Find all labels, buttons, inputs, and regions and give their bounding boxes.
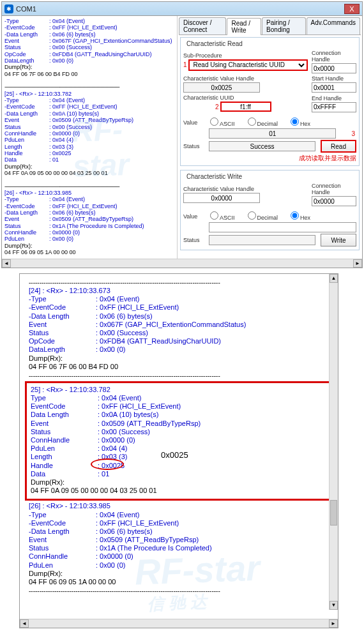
- start-handle-input[interactable]: [312, 82, 356, 93]
- decimal-radio-label[interactable]: Decimal: [246, 117, 278, 127]
- scroll-right-icon[interactable]: ►: [353, 259, 362, 268]
- char-read-group: Characteristic Read Sub-Procedure 1 Read…: [180, 37, 360, 166]
- window-title: COM1: [16, 5, 344, 13]
- watermark-sub-2: 信 驰 达: [147, 592, 206, 614]
- char-value-handle-input[interactable]: [183, 82, 260, 93]
- sub-procedure-select[interactable]: Read Using Characteristic UUID: [188, 59, 308, 71]
- ascii-radio[interactable]: [210, 117, 218, 126]
- v-scrollbar[interactable]: ▲ ▼: [329, 274, 338, 610]
- read-button[interactable]: Read: [321, 140, 356, 153]
- scroll-track[interactable]: [11, 259, 353, 268]
- chinese-note: 成功读取并显示数据: [183, 154, 356, 163]
- conn-handle-input[interactable]: [312, 63, 356, 73]
- v-scroll-thumb[interactable]: [330, 500, 337, 526]
- v-scroll-track[interactable]: [330, 283, 338, 601]
- right-panel: 信 驰 达 Discover / Connect Read / Write Pa…: [178, 16, 362, 259]
- read-status-display: [209, 141, 315, 151]
- doc-scroll-track[interactable]: [29, 619, 329, 628]
- close-button[interactable]: X: [344, 4, 360, 14]
- annotation-2: 2: [215, 103, 219, 110]
- write-hex-radio-label[interactable]: Hex: [289, 211, 310, 221]
- doc-window: RF-star 信 驰 达 --------------------------…: [19, 273, 338, 628]
- read-value-display: [209, 128, 336, 139]
- scroll-left-icon[interactable]: ◄: [2, 259, 11, 268]
- doc-scroll-left-icon[interactable]: ◄: [20, 619, 29, 628]
- separator: ----------------------------------------…: [29, 372, 329, 380]
- char-value-handle-label: Characteristic Value Handle: [183, 75, 308, 82]
- char-write-title: Characteristic Write: [185, 173, 244, 180]
- char-read-title: Characteristic Read: [185, 40, 245, 47]
- end-handle-input[interactable]: [312, 102, 356, 112]
- write-conn-handle-input[interactable]: [312, 196, 356, 206]
- sub-procedure-label: Sub-Procedure: [183, 52, 308, 59]
- tab-adv[interactable]: Adv.Commands: [307, 17, 360, 34]
- highlight-box-25: 25] : <Rx> - 12:10:33.782Type: 0x04 (Eve…: [25, 381, 333, 501]
- decimal-radio[interactable]: [248, 117, 256, 126]
- write-decimal-radio[interactable]: [248, 211, 256, 220]
- separator: ----------------------------------------…: [29, 587, 329, 595]
- window-body: RF-star -Type: 0x04 (Event)-EventCode: 0…: [2, 16, 362, 259]
- log-area[interactable]: -Type: 0x04 (Event)-EventCode: 0xFF (HCI…: [2, 16, 177, 259]
- scroll-up-icon[interactable]: ▲: [330, 274, 338, 283]
- log-panel: RF-star -Type: 0x04 (Event)-EventCode: 0…: [2, 16, 178, 259]
- write-ascii-radio[interactable]: [210, 211, 218, 220]
- tab-pairing[interactable]: Pairing / Bonding: [262, 17, 306, 34]
- value-label: Value: [183, 119, 209, 126]
- char-write-group: Characteristic Write Characteristic Valu…: [180, 170, 360, 250]
- tab-discover[interactable]: Discover / Connect: [179, 17, 226, 34]
- write-value-label: Value: [183, 213, 209, 220]
- status-label: Status: [183, 143, 209, 149]
- write-status-label: Status: [183, 237, 209, 243]
- write-value-input[interactable]: [209, 222, 356, 232]
- bluetooth-icon: ✱: [4, 4, 13, 13]
- write-status-display: [209, 235, 315, 245]
- write-decimal-radio-label[interactable]: Decimal: [246, 211, 278, 221]
- titlebar[interactable]: ✱ COM1 X: [2, 2, 362, 16]
- doc-body[interactable]: RF-star 信 驰 达 --------------------------…: [20, 274, 338, 619]
- conn-handle-label: Connection Handle: [312, 50, 356, 63]
- doc-h-scrollbar[interactable]: ◄ ►: [20, 619, 338, 628]
- char-uuid-label: Characteristic UUID: [183, 95, 308, 101]
- log-entry-24: [24] : <Rx> - 12:10:33.673-Type: 0x04 (E…: [29, 287, 329, 371]
- handle-annotation-text: 0x0025: [161, 450, 188, 460]
- write-button[interactable]: Write: [321, 234, 356, 246]
- hex-radio-label[interactable]: Hex: [289, 117, 310, 127]
- write-char-value-handle-label: Characteristic Value Handle: [183, 186, 308, 192]
- write-ascii-radio-label[interactable]: ASCII: [209, 211, 235, 221]
- write-conn-handle-label: Connection Handle: [312, 183, 356, 195]
- start-handle-label: Start Handle: [312, 75, 356, 82]
- log-entry-26: [26] : <Rx> - 12:10:33.985-Type: 0x04 (E…: [29, 502, 329, 586]
- write-char-value-handle-input[interactable]: [183, 193, 260, 203]
- end-handle-label: End Handle: [312, 95, 356, 102]
- write-hex-radio[interactable]: [291, 211, 299, 220]
- h-scrollbar[interactable]: ◄ ►: [2, 259, 362, 268]
- annotation-3: 3: [351, 130, 355, 137]
- annotation-1: 1: [183, 61, 187, 68]
- doc-scroll-right-icon[interactable]: ►: [329, 619, 338, 628]
- tab-bar: Discover / Connect Read / Write Pairing …: [179, 17, 361, 35]
- log-entry-25: 25] : <Rx> - 12:10:33.782Type: 0x04 (Eve…: [31, 386, 327, 495]
- scroll-down-icon[interactable]: ▼: [330, 601, 338, 610]
- app-window: ✱ COM1 X RF-star -Type: 0x04 (Event)-Eve…: [1, 1, 363, 268]
- tab-readwrite[interactable]: Read / Write: [227, 18, 261, 35]
- ascii-radio-label[interactable]: ASCII: [209, 117, 235, 127]
- separator: ----------------------------------------…: [29, 279, 329, 287]
- hex-radio[interactable]: [291, 117, 299, 126]
- char-uuid-input[interactable]: [220, 102, 271, 112]
